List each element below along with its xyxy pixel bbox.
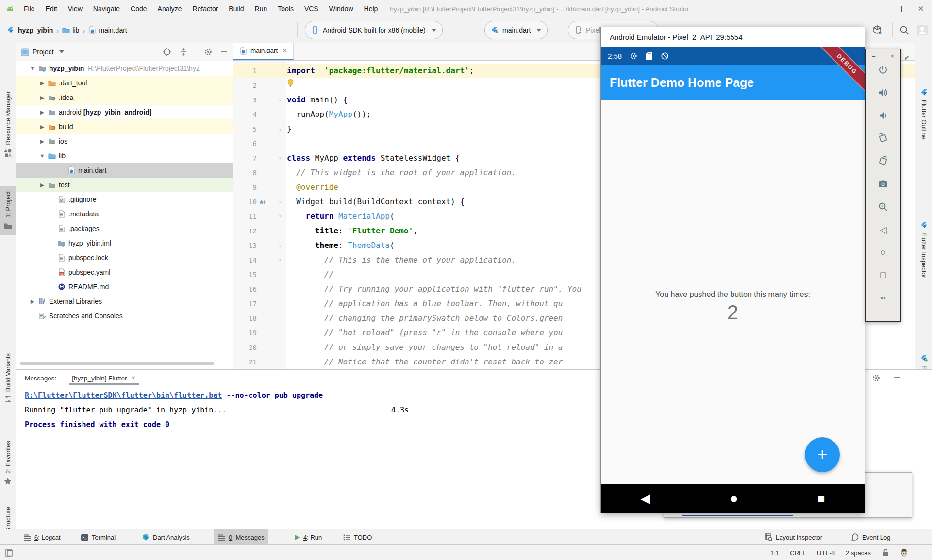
rotate-left-icon[interactable] — [878, 133, 888, 144]
run-config-dropdown[interactable]: main.dart — [484, 21, 548, 39]
tree-row-main-dart[interactable]: main.dart — [16, 163, 233, 178]
tree-expand-icon[interactable]: ▶ — [37, 109, 47, 115]
fold-marker[interactable]: ▿ — [276, 253, 284, 267]
toolwindow-button-0-messages[interactable]: 0: Messages — [214, 529, 268, 545]
stripe-flutter-outline[interactable]: Flutter Outline — [915, 89, 932, 140]
home-button[interactable]: ● — [730, 490, 738, 507]
collapse-all-icon[interactable] — [179, 48, 188, 56]
more-icon[interactable]: ••• — [878, 293, 888, 303]
emulator-title-bar[interactable]: Android Emulator - Pixel_2_API_29:5554 — [601, 27, 865, 47]
status-crlf[interactable]: CRLF — [790, 549, 806, 557]
menu-build[interactable]: Build — [223, 5, 249, 13]
toolwindow-button-4-run[interactable]: 4: Run — [289, 529, 326, 545]
tree-row-android[interactable]: ▶android [hyzp_yibin_android] — [16, 105, 233, 119]
project-panel-title[interactable]: Project — [33, 48, 54, 56]
overview-button[interactable]: ■ — [817, 491, 825, 506]
hide-panel-icon[interactable] — [220, 48, 228, 56]
hector-icon[interactable] — [900, 548, 909, 557]
close-button[interactable]: ✕ — [910, 0, 932, 17]
device-selector-dropdown[interactable]: Android SDK built for x86 (mobile) — [305, 21, 443, 39]
tree-row-lib[interactable]: ▼lib — [16, 148, 233, 163]
tree-row-hyzp-yibin-iml[interactable]: hyzp_yibin.iml — [16, 236, 233, 250]
tree-row-ios[interactable]: ▶ios — [16, 134, 233, 148]
gutter-marker[interactable]: ◉↑ — [260, 195, 276, 209]
hide-panel-icon[interactable] — [893, 374, 901, 382]
maximize-button[interactable] — [887, 0, 910, 17]
fold-marker[interactable]: ▿ — [276, 151, 284, 165]
toolwindow-button-layout-inspector[interactable]: Layout Inspector — [760, 529, 826, 545]
menu-tools[interactable]: Tools — [272, 5, 299, 13]
locate-file-icon[interactable] — [163, 48, 171, 56]
zoom-icon[interactable] — [878, 201, 888, 212]
status-utf-8[interactable]: UTF-8 — [817, 549, 835, 557]
menu-view[interactable]: View — [63, 5, 88, 13]
console-link[interactable]: R:\Flutter\FlutterSDK\flutter\bin\flutte… — [25, 391, 222, 400]
close-tab-icon[interactable]: ✕ — [131, 375, 136, 381]
tool-window-switcher-icon[interactable] — [5, 548, 14, 557]
settings-gear-icon[interactable] — [204, 48, 213, 56]
tree-row-pubspec-lock[interactable]: pubspec.lock — [16, 250, 233, 265]
rotate-right-icon[interactable] — [878, 156, 888, 166]
tree-row--gitignore[interactable]: .gitignore — [16, 192, 233, 207]
stripe-build-variants[interactable]: Build Variants — [0, 353, 16, 404]
screenshot-camera-icon[interactable] — [878, 179, 888, 189]
intention-bulb-icon[interactable] — [287, 78, 294, 93]
minimize-button[interactable] — [865, 0, 887, 17]
home-icon[interactable]: ○ — [878, 247, 888, 258]
fold-marker[interactable]: ▿ — [276, 209, 284, 224]
close-tab-icon[interactable]: ✕ — [282, 47, 287, 54]
emulator-screen[interactable]: 2:58 Flutter Demo Home Page DEBUG You ha… — [601, 47, 865, 513]
breadcrumb-lib[interactable]: lib — [72, 26, 79, 34]
unlock-icon[interactable] — [882, 548, 889, 557]
sdk-manager-icon[interactable] — [872, 24, 883, 36]
toolwindow-button-terminal[interactable]: Terminal — [77, 529, 119, 545]
volume-up-icon[interactable] — [878, 87, 888, 98]
menu-refactor[interactable]: Refactor — [187, 5, 223, 13]
tree-row--idea[interactable]: ▶.idea — [16, 90, 233, 105]
power-icon[interactable] — [878, 65, 888, 75]
tree-row--dart-tool[interactable]: ▶.dart_tool — [16, 76, 233, 90]
close-button[interactable]: × — [890, 52, 894, 60]
menu-analyze[interactable]: Analyze — [152, 5, 187, 13]
tree-expand-icon[interactable]: ▶ — [37, 95, 47, 101]
back-icon[interactable]: ◁ — [878, 224, 888, 235]
menu-vcs[interactable]: VCS — [299, 5, 324, 13]
fold-marker[interactable]: ▿ — [276, 93, 284, 107]
fold-marker[interactable]: ▵ — [276, 122, 284, 136]
stripe-1-project[interactable]: 1: Project — [0, 186, 16, 235]
volume-down-icon[interactable] — [878, 110, 888, 121]
tree-row--packages[interactable]: .packages — [16, 221, 233, 236]
tree-expand-icon[interactable]: ▶ — [37, 182, 47, 188]
breadcrumb-project[interactable]: hyzp_yibin — [18, 26, 53, 34]
stripe-flutter-inspector[interactable]: Flutter Inspector — [915, 221, 932, 278]
increment-fab-button[interactable]: + — [805, 437, 840, 472]
toolwindow-button-6-logcat[interactable]: 6: Logcat — [19, 529, 65, 545]
back-button[interactable]: ◀ — [641, 491, 650, 506]
tree-expand-icon[interactable]: ▼ — [28, 66, 37, 71]
fold-marker[interactable]: ▿ — [276, 238, 284, 253]
tree-row-pubspec-yaml[interactable]: YMLpubspec.yaml — [16, 265, 233, 280]
menu-help[interactable]: Help — [359, 5, 383, 13]
toolwindow-button-dart-analysis[interactable]: Dart Analysis — [138, 529, 194, 545]
menu-code[interactable]: Code — [125, 5, 152, 13]
tree-row-build[interactable]: ▶build — [16, 119, 233, 134]
tree-expand-icon[interactable]: ▼ — [37, 153, 47, 159]
menu-navigate[interactable]: Navigate — [88, 5, 125, 13]
breadcrumb-file[interactable]: main.dart — [99, 26, 127, 34]
toolwindow-button-event-log[interactable]: Event Log — [847, 529, 895, 545]
menu-run[interactable]: Run — [250, 5, 273, 13]
tree-expand-icon[interactable]: ▶ — [37, 138, 47, 145]
status-1-1[interactable]: 1:1 — [770, 549, 779, 557]
tree-row-scratches-and-consoles[interactable]: Scratches and Consoles — [16, 309, 233, 323]
stripe-resource-manager[interactable]: Resource Manager — [0, 91, 16, 157]
horizontal-scrollbar[interactable] — [20, 362, 214, 365]
toolwindow-button-todo[interactable]: TODO — [339, 529, 376, 545]
tree-row-test[interactable]: ▶test — [16, 178, 233, 192]
tree-expand-icon[interactable]: ▶ — [37, 80, 47, 86]
avatar[interactable] — [916, 24, 928, 36]
tree-row-hyzp-yibin[interactable]: ▼hyzp_yibinR:\FlutterProject\FlutterProj… — [16, 61, 233, 76]
settings-gear-icon[interactable] — [872, 374, 881, 382]
overview-icon[interactable]: □ — [878, 270, 888, 280]
tree-row-readme-md[interactable]: README.md — [16, 280, 233, 294]
tab-main-dart[interactable]: main.dart ✕ — [233, 43, 294, 60]
